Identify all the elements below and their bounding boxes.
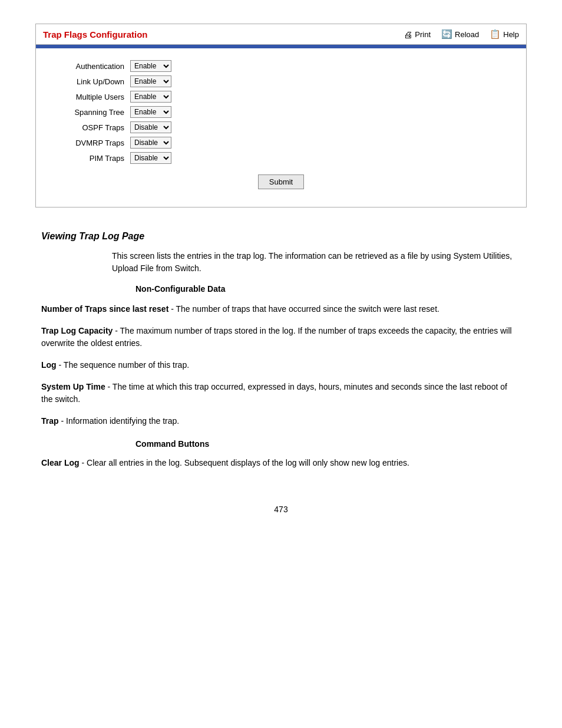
doc-description: - The sequence number of this trap.: [57, 360, 189, 370]
doc-item: Log - The sequence number of this trap.: [41, 359, 521, 371]
doc-item: Trap Log Capacity - The maximum number o…: [41, 325, 521, 350]
doc-term: Trap: [41, 416, 59, 426]
reload-button[interactable]: 🔄 Reload: [441, 29, 479, 39]
trap-flags-config-panel: Trap Flags Configuration 🖨 Print 🔄 Reloa…: [35, 24, 527, 207]
field-select-ospf-traps[interactable]: EnableDisable: [130, 121, 171, 133]
field-select-dvmrp-traps[interactable]: EnableDisable: [130, 137, 171, 149]
non-configurable-heading: Non-Configurable Data: [135, 284, 521, 294]
panel-header: Trap Flags Configuration 🖨 Print 🔄 Reloa…: [36, 24, 526, 45]
form-row: Link Up/DownEnableDisable: [54, 75, 508, 87]
command-term: Clear Log: [41, 458, 80, 467]
doc-items-container: Number of Traps since last reset - The n…: [41, 303, 521, 427]
command-buttons-heading: Command Buttons: [135, 439, 521, 449]
form-row: AuthenticationEnableDisable: [54, 60, 508, 72]
doc-item: Number of Traps since last reset - The n…: [41, 303, 521, 315]
form-row: Spanning TreeEnableDisable: [54, 106, 508, 118]
command-item: Clear Log - Clear all entries in the log…: [41, 457, 521, 469]
doc-term: Trap Log Capacity: [41, 326, 113, 335]
doc-intro: This screen lists the entries in the tra…: [112, 250, 521, 275]
command-description: - Clear all entries in the log. Subseque…: [80, 458, 409, 467]
form-row: Multiple UsersEnableDisable: [54, 91, 508, 103]
help-icon: 📋: [490, 29, 501, 39]
print-label: Print: [415, 30, 431, 39]
form-row: DVMRP TrapsEnableDisable: [54, 137, 508, 149]
doc-description: - The number of traps that have occurred…: [168, 304, 439, 314]
help-button[interactable]: 📋 Help: [490, 29, 519, 39]
doc-section: Viewing Trap Log Page This screen lists …: [35, 231, 527, 469]
submit-row: Submit: [54, 174, 508, 189]
help-label: Help: [503, 30, 519, 39]
doc-item: System Up Time - The time at which this …: [41, 381, 521, 406]
doc-description: - The time at which this trap occurred, …: [41, 382, 507, 404]
form-row: OSPF TrapsEnableDisable: [54, 121, 508, 133]
form-table: AuthenticationEnableDisableLink Up/DownE…: [54, 60, 508, 164]
command-items-container: Clear Log - Clear all entries in the log…: [41, 457, 521, 469]
form-row: PIM TrapsEnableDisable: [54, 152, 508, 164]
reload-icon: 🔄: [441, 29, 452, 39]
field-label-dvmrp-traps: DVMRP Traps: [54, 139, 130, 147]
reload-label: Reload: [455, 30, 479, 39]
submit-button[interactable]: Submit: [258, 174, 304, 189]
field-label-link-updown: Link Up/Down: [54, 77, 130, 86]
field-select-authentication[interactable]: EnableDisable: [130, 60, 171, 72]
doc-term: Log: [41, 360, 57, 370]
panel-title: Trap Flags Configuration: [43, 29, 148, 39]
page-number: 473: [35, 505, 527, 514]
doc-term: Number of Traps since last reset: [41, 304, 168, 314]
field-label-authentication: Authentication: [54, 62, 130, 71]
panel-actions: 🖨 Print 🔄 Reload 📋 Help: [404, 29, 519, 39]
doc-heading: Viewing Trap Log Page: [41, 231, 521, 242]
field-select-multiple-users[interactable]: EnableDisable: [130, 91, 171, 103]
print-icon: 🖨: [404, 29, 412, 39]
field-label-pim-traps: PIM Traps: [54, 154, 130, 163]
field-select-link-updown[interactable]: EnableDisable: [130, 75, 171, 87]
panel-body: AuthenticationEnableDisableLink Up/DownE…: [36, 48, 526, 207]
print-button[interactable]: 🖨 Print: [404, 29, 431, 39]
field-select-pim-traps[interactable]: EnableDisable: [130, 152, 171, 164]
doc-item: Trap - Information identifying the trap.: [41, 415, 521, 427]
field-label-multiple-users: Multiple Users: [54, 93, 130, 101]
doc-description: - Information identifying the trap.: [59, 416, 180, 426]
doc-term: System Up Time: [41, 382, 105, 391]
field-label-spanning-tree: Spanning Tree: [54, 108, 130, 117]
field-select-spanning-tree[interactable]: EnableDisable: [130, 106, 171, 118]
field-label-ospf-traps: OSPF Traps: [54, 123, 130, 132]
